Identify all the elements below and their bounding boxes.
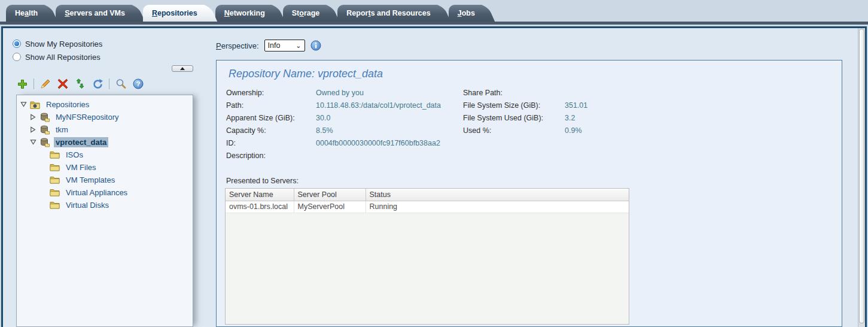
fields-left-column: Ownership: Owned by you Path: 10.118.48.… xyxy=(226,86,463,162)
repository-icon xyxy=(39,138,50,147)
delete-repository-button[interactable] xyxy=(57,78,69,90)
field-value: 351.01 xyxy=(565,101,587,110)
svg-text:?: ? xyxy=(136,80,141,87)
info-icon xyxy=(310,40,321,51)
cell-status: Running xyxy=(366,201,629,213)
expand-node-icon[interactable] xyxy=(29,114,37,120)
content-frame: Show My Repositories Show All Repositori… xyxy=(1,26,867,327)
tab-repositories[interactable]: Repositories xyxy=(143,5,207,22)
toolbar-separator xyxy=(33,78,34,89)
repository-icon xyxy=(39,113,50,122)
radio-label: Show My Repositories xyxy=(25,40,102,49)
tree-node-virtual-disks[interactable]: Virtual Disks xyxy=(19,199,190,211)
radio-label: Show All Repositories xyxy=(25,53,100,62)
tab-jobs[interactable]: Jobs xyxy=(449,5,485,22)
field-value: 8.5% xyxy=(316,126,463,135)
tree-node-vm-templates[interactable]: VM Templates xyxy=(19,174,190,186)
repository-info-box: Repository Name: vprotect_data Ownership… xyxy=(216,60,842,327)
field-label: Description: xyxy=(226,152,316,160)
fields-right-column: Share Path: File System Size (GiB): 351.… xyxy=(463,86,587,137)
folder-icon xyxy=(49,201,60,209)
field-label: File System Used (GiB): xyxy=(463,114,565,122)
collapse-arrow-icon xyxy=(179,66,185,71)
perspective-row: Perspective: Info ⌄ xyxy=(216,39,849,52)
cell-server-pool: MyServerPool xyxy=(294,201,366,213)
tree-node-virtual-appliances[interactable]: Virtual Appliances xyxy=(19,186,190,199)
green-arrows-icon xyxy=(75,78,86,89)
tree-node-label: Virtual Appliances xyxy=(64,187,129,198)
red-x-icon xyxy=(57,78,68,89)
radio-show-all-repositories[interactable]: Show All Repositories xyxy=(13,51,200,63)
collapse-node-icon[interactable] xyxy=(29,139,37,146)
plus-icon xyxy=(17,79,28,89)
edit-repository-button[interactable] xyxy=(39,78,51,90)
scrollbar-thumb[interactable] xyxy=(859,29,864,323)
present-repository-button[interactable] xyxy=(74,78,86,90)
panel-collapse-button[interactable] xyxy=(172,65,193,72)
perspective-label: Perspective: xyxy=(216,41,259,50)
tab-servers-and-vms[interactable]: Servers and VMs xyxy=(56,5,135,22)
field-label: ID: xyxy=(226,139,316,147)
column-header-server-name[interactable]: Server Name xyxy=(226,189,294,201)
table-header-row: Server Name Server Pool Status xyxy=(226,189,629,201)
tree-node-mynfsrepository[interactable]: MyNFSRepository xyxy=(19,111,190,123)
tab-storage[interactable]: Storage xyxy=(283,5,330,22)
collapse-node-icon[interactable] xyxy=(19,101,28,108)
radio-button-icon xyxy=(13,40,21,48)
toolbar-separator xyxy=(109,78,109,89)
tab-networking[interactable]: Networking xyxy=(215,5,275,22)
table-row[interactable]: ovms-01.brs.local MyServerPool Running xyxy=(226,201,629,213)
radio-button-icon xyxy=(13,53,21,61)
column-header-status[interactable]: Status xyxy=(366,189,629,201)
repository-fields: Ownership: Owned by you Path: 10.118.48.… xyxy=(226,86,842,162)
tree-node-label: VM Files xyxy=(64,162,98,172)
field-label: Apparent Size (GiB): xyxy=(226,114,316,122)
repositories-sidebar: Show My Repositories Show All Repositori… xyxy=(3,28,200,327)
field-label: File System Size (GiB): xyxy=(463,101,565,110)
tree-node-vprotect-data[interactable]: vprotect_data xyxy=(19,136,190,149)
refresh-button[interactable] xyxy=(92,78,103,90)
tree-node-label: tkm xyxy=(54,125,70,135)
refresh-icon xyxy=(92,78,103,90)
perspective-info-button[interactable] xyxy=(310,40,321,51)
repositories-tree: Repositories MyNFSRepository xyxy=(16,95,193,327)
repository-icon xyxy=(39,125,50,135)
field-value: 30.0 xyxy=(316,114,463,122)
tree-node-vm-files[interactable]: VM Files xyxy=(19,161,190,174)
tree-node-repositories[interactable]: Repositories xyxy=(19,98,190,111)
tree-node-label: MyNFSRepository xyxy=(54,112,120,122)
chevron-down-icon: ⌄ xyxy=(296,42,301,50)
presented-servers-table: Server Name Server Pool Status ovms-01.b… xyxy=(225,188,629,325)
field-value: 3.2 xyxy=(565,114,587,122)
tree-node-label: vprotect_data xyxy=(54,137,108,147)
tree-node-label: Repositories xyxy=(44,99,91,110)
help-button[interactable]: ? xyxy=(132,78,144,90)
repositories-folder-icon xyxy=(29,101,41,109)
field-label: Ownership: xyxy=(226,89,316,97)
tree-node-isos[interactable]: ISOs xyxy=(19,149,190,161)
field-value: 0004fb0000030000fc917f60bfb38aa2 xyxy=(316,139,463,147)
tree-node-label: VM Templates xyxy=(64,175,117,185)
radio-show-my-repositories[interactable]: Show My Repositories xyxy=(13,38,200,50)
perspective-selected-value: Info xyxy=(268,41,281,50)
tab-health[interactable]: Health xyxy=(6,5,47,22)
expand-node-icon[interactable] xyxy=(29,126,37,133)
help-icon: ? xyxy=(133,78,144,89)
tab-reports-and-resources[interactable]: Reports and Resources xyxy=(337,5,440,22)
repository-toolbar: ? xyxy=(16,76,200,92)
folder-icon xyxy=(49,176,60,184)
collapse-row xyxy=(8,65,200,72)
add-repository-button[interactable] xyxy=(16,78,28,90)
vertical-scrollbar[interactable] xyxy=(858,28,865,327)
field-label: Path: xyxy=(226,101,316,110)
search-icon xyxy=(115,78,126,89)
find-button[interactable] xyxy=(115,78,127,90)
field-label: Capacity %: xyxy=(226,126,316,135)
folder-icon xyxy=(49,164,60,171)
column-header-server-pool[interactable]: Server Pool xyxy=(294,189,366,201)
perspective-select[interactable]: Info ⌄ xyxy=(264,40,305,52)
field-label: Used %: xyxy=(463,126,565,135)
folder-icon xyxy=(49,151,60,159)
field-value: 10.118.48.63:/data/col1/vprotect_data xyxy=(316,101,463,110)
tree-node-tkm[interactable]: tkm xyxy=(19,123,190,136)
